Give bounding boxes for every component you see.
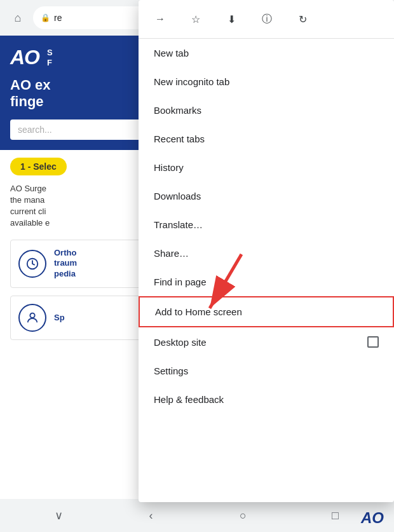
home-icon[interactable]: ⌂ [8, 8, 28, 28]
address-text: re [54, 13, 62, 23]
svg-point-1 [30, 313, 34, 318]
card-1-icon [18, 250, 46, 278]
menu-item-find-in-page[interactable]: Find in page [139, 268, 394, 296]
ao-search[interactable]: search... [10, 119, 150, 140]
menu-item-new-tab[interactable]: New tab [139, 39, 394, 67]
card-2-icon [18, 304, 46, 332]
menu-item-bookmarks[interactable]: Bookmarks [139, 96, 394, 125]
ao-logo: AO [10, 46, 39, 69]
menu-item-downloads[interactable]: Downloads [139, 182, 394, 210]
home-circle-icon[interactable]: ○ [231, 503, 256, 528]
chevron-down-icon[interactable]: ∨ [46, 503, 72, 528]
download-icon[interactable]: ⬇ [220, 8, 243, 31]
refresh-icon[interactable]: ↻ [291, 8, 314, 31]
square-icon[interactable]: □ [323, 503, 348, 528]
menu-item-share[interactable]: Share… [139, 239, 394, 268]
lock-icon: 🔒 [41, 13, 50, 22]
menu-item-help-feedback[interactable]: Help & feedback [139, 385, 394, 414]
menu-item-desktop-site[interactable]: Desktop site [139, 327, 394, 357]
context-menu: → ☆ ⬇ ⓘ ↻ New tab New incognito tab Book… [139, 0, 394, 502]
menu-item-settings[interactable]: Settings [139, 357, 394, 385]
menu-item-recent-tabs[interactable]: Recent tabs [139, 125, 394, 153]
menu-icons-row: → ☆ ⬇ ⓘ ↻ [139, 0, 394, 39]
info-icon[interactable]: ⓘ [255, 8, 278, 31]
menu-item-new-incognito-tab[interactable]: New incognito tab [139, 67, 394, 96]
back-icon[interactable]: ‹ [139, 503, 164, 528]
menu-item-add-to-home-screen[interactable]: Add to Home screen [139, 296, 394, 327]
ao-logo-sub1: S [47, 48, 53, 58]
step-badge: 1 - Selec [10, 158, 67, 175]
ao-logo-sub2: F [47, 58, 53, 68]
menu-item-history[interactable]: History [139, 153, 394, 182]
desktop-site-checkbox[interactable] [367, 336, 379, 348]
bottom-nav-bar: ∨ ‹ ○ □ AO [0, 499, 394, 532]
forward-icon[interactable]: → [149, 8, 172, 31]
star-icon[interactable]: ☆ [184, 8, 207, 31]
menu-item-translate[interactable]: Translate… [139, 210, 394, 239]
card-2-text: Sp [54, 313, 65, 324]
ao-watermark: AO [361, 509, 384, 527]
card-1-text: Ortho traum pedia [54, 248, 77, 280]
